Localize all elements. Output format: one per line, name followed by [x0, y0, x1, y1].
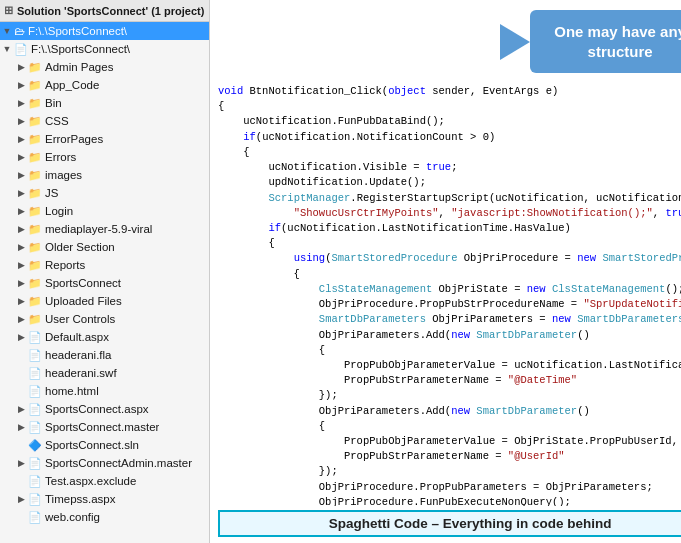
banner-text: Spaghetti Code – Everything in code behi… [329, 516, 612, 531]
file-icon-webconfig: 📄 [28, 511, 42, 524]
tree-item-errors[interactable]: ▶📁Errors [0, 148, 209, 166]
file-icon-css: 📁 [28, 115, 42, 128]
tree-item-testexclude[interactable]: 📄Test.aspx.exclude [0, 472, 209, 490]
file-icon-reports: 📁 [28, 259, 42, 272]
solution-header: ⊞ Solution 'SportsConnect' (1 project) [0, 0, 209, 22]
tree-item-css[interactable]: ▶📁CSS [0, 112, 209, 130]
callout-text: One may have anystructure [554, 23, 681, 60]
file-icon-admin: 📁 [28, 61, 42, 74]
tree-item-scmaster[interactable]: ▶📄SportsConnect.master [0, 418, 209, 436]
tree-item-scaspx[interactable]: ▶📄SportsConnect.aspx [0, 400, 209, 418]
file-icon-scaspx: 📄 [28, 403, 42, 416]
label-reports: Reports [45, 259, 85, 271]
tree-item-timepss[interactable]: ▶📄Timepss.aspx [0, 490, 209, 508]
solution-explorer: ⊞ Solution 'SportsConnect' (1 project) ▼… [0, 0, 210, 543]
label-uploaded: Uploaded Files [45, 295, 122, 307]
tree-item-root[interactable]: ▼📄F:\.\SportsConnect\ [0, 40, 209, 58]
file-icon-headerfla: 📄 [28, 349, 42, 362]
tree-item-homehtml[interactable]: 📄home.html [0, 382, 209, 400]
tree-item-images[interactable]: ▶📁images [0, 166, 209, 184]
file-icon-timepss: 📄 [28, 493, 42, 506]
folder-icon: 🗁 [14, 25, 25, 37]
toggle-uploaded: ▶ [14, 296, 28, 306]
tree-container: ▼📄F:\.\SportsConnect\▶📁Admin Pages▶📁App_… [0, 40, 209, 526]
toggle-errors: ▶ [14, 152, 28, 162]
file-icon-oldersection: 📁 [28, 241, 42, 254]
label-scaspx: SportsConnect.aspx [45, 403, 149, 415]
toggle-oldersection: ▶ [14, 242, 28, 252]
tree-item-errorpages[interactable]: ▶📁ErrorPages [0, 130, 209, 148]
label-scsln: SportsConnect.sln [45, 439, 139, 451]
callout-bubble: One may have anystructure [530, 10, 681, 73]
label-defaultaspx: Default.aspx [45, 331, 109, 343]
toggle-timepss: ▶ [14, 494, 28, 504]
toggle-root: ▼ [0, 26, 14, 36]
toggle-mediaplayer: ▶ [14, 224, 28, 234]
toggle-login: ▶ [14, 206, 28, 216]
file-icon-js: 📁 [28, 187, 42, 200]
tree-root[interactable]: ▼ 🗁 F:\.\SportsConnect\ [0, 22, 209, 40]
solution-title: Solution 'SportsConnect' (1 project) [17, 5, 204, 17]
toggle-bin: ▶ [14, 98, 28, 108]
tree-item-mediaplayer[interactable]: ▶📁mediaplayer-5.9-viral [0, 220, 209, 238]
toggle-sportsconnect: ▶ [14, 278, 28, 288]
label-css: CSS [45, 115, 69, 127]
tree-item-reports[interactable]: ▶📁Reports [0, 256, 209, 274]
label-usercontrols: User Controls [45, 313, 115, 325]
file-icon-headerswf: 📄 [28, 367, 42, 380]
label-timepss: Timepss.aspx [45, 493, 116, 505]
label-homehtml: home.html [45, 385, 99, 397]
solution-icon: ⊞ [4, 4, 13, 17]
file-icon-bin: 📁 [28, 97, 42, 110]
right-panel: One may have anystructure void BtnNotifi… [210, 0, 681, 543]
label-scmaster: SportsConnect.master [45, 421, 159, 433]
tree-item-headerfla[interactable]: 📄headerani.fla [0, 346, 209, 364]
label-mediaplayer: mediaplayer-5.9-viral [45, 223, 152, 235]
toggle-reports: ▶ [14, 260, 28, 270]
tree-item-scsln[interactable]: 🔷SportsConnect.sln [0, 436, 209, 454]
tree-item-uploaded[interactable]: ▶📁Uploaded Files [0, 292, 209, 310]
label-oldersection: Older Section [45, 241, 115, 253]
tree-item-scadminmaster[interactable]: ▶📄SportsConnectAdmin.master [0, 454, 209, 472]
tree-item-sportsconnect[interactable]: ▶📁SportsConnect [0, 274, 209, 292]
bottom-banner: Spaghetti Code – Everything in code behi… [218, 510, 681, 537]
file-icon-uploaded: 📁 [28, 295, 42, 308]
tree-item-login[interactable]: ▶📁Login [0, 202, 209, 220]
code-area[interactable]: void BtnNotification_Click(object sender… [210, 80, 681, 506]
label-root: F:\.\SportsConnect\ [31, 43, 130, 55]
tree-item-appcode[interactable]: ▶📁App_Code [0, 76, 209, 94]
file-icon-scsln: 🔷 [28, 439, 42, 452]
file-icon-errorpages: 📁 [28, 133, 42, 146]
file-icon-defaultaspx: 📄 [28, 331, 42, 344]
label-webconfig: web.config [45, 511, 100, 523]
root-label: F:\.\SportsConnect\ [28, 25, 127, 37]
file-icon-login: 📁 [28, 205, 42, 218]
file-icon-scmaster: 📄 [28, 421, 42, 434]
file-icon-images: 📁 [28, 169, 42, 182]
toggle-defaultaspx: ▶ [14, 332, 28, 342]
file-icon-usercontrols: 📁 [28, 313, 42, 326]
tree-item-usercontrols[interactable]: ▶📁User Controls [0, 310, 209, 328]
toggle-scadminmaster: ▶ [14, 458, 28, 468]
code-block: void BtnNotification_Click(object sender… [218, 84, 681, 506]
file-icon-mediaplayer: 📁 [28, 223, 42, 236]
label-bin: Bin [45, 97, 62, 109]
tree-item-webconfig[interactable]: 📄web.config [0, 508, 209, 526]
label-errorpages: ErrorPages [45, 133, 103, 145]
tree-item-oldersection[interactable]: ▶📁Older Section [0, 238, 209, 256]
tree-item-admin[interactable]: ▶📁Admin Pages [0, 58, 209, 76]
tree-item-bin[interactable]: ▶📁Bin [0, 94, 209, 112]
tree-item-defaultaspx[interactable]: ▶📄Default.aspx [0, 328, 209, 346]
file-icon-scadminmaster: 📄 [28, 457, 42, 470]
label-scadminmaster: SportsConnectAdmin.master [45, 457, 192, 469]
file-icon-testexclude: 📄 [28, 475, 42, 488]
file-icon-homehtml: 📄 [28, 385, 42, 398]
label-js: JS [45, 187, 58, 199]
label-images: images [45, 169, 82, 181]
tree-item-js[interactable]: ▶📁JS [0, 184, 209, 202]
toggle-usercontrols: ▶ [14, 314, 28, 324]
label-login: Login [45, 205, 73, 217]
callout-arrow [500, 24, 530, 60]
tree-item-headerswf[interactable]: 📄headerani.swf [0, 364, 209, 382]
file-icon-sportsconnect: 📁 [28, 277, 42, 290]
